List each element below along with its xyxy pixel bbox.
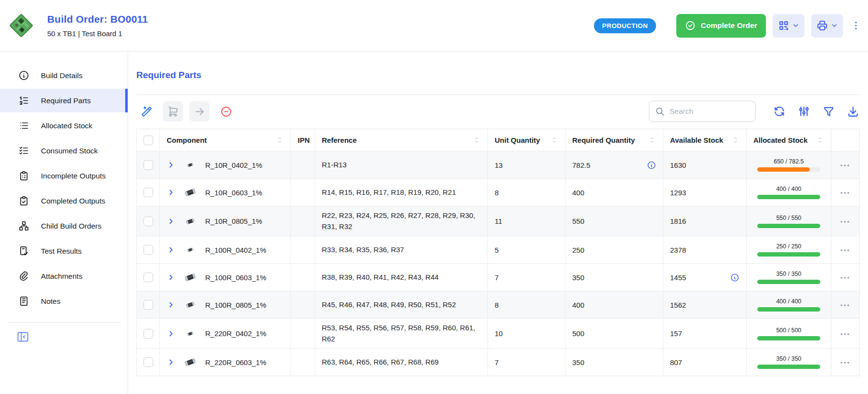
search-input[interactable] <box>670 107 750 116</box>
page-header: Build Order: BO0011 50 x TB1 | Test Boar… <box>0 0 868 52</box>
sidebar-item-required-parts[interactable]: Required Parts <box>0 89 128 112</box>
column-header-component[interactable]: Component <box>160 129 291 151</box>
sort-icon[interactable] <box>731 136 739 144</box>
sidebar-item-test-results[interactable]: Test Results <box>0 239 128 263</box>
column-label: Reference <box>322 136 357 144</box>
required-quantity-cell: 350 <box>566 349 663 376</box>
sidebar-item-child-build-orders[interactable]: Child Build Orders <box>0 214 128 238</box>
component-name[interactable]: R_10R_0805_1% <box>205 217 262 225</box>
row-actions-button[interactable] <box>839 245 852 255</box>
row-actions-cell <box>831 264 860 291</box>
column-header-reference[interactable]: Reference <box>315 129 488 151</box>
allocation-progress-bar <box>757 336 820 340</box>
dots-icon <box>839 245 852 256</box>
order-parts-button[interactable] <box>163 101 183 122</box>
collapse-sidebar-button[interactable] <box>16 329 31 344</box>
component-cell: R_10R_0402_1% <box>160 151 291 179</box>
row-checkbox[interactable] <box>144 329 153 339</box>
component-name[interactable]: R_220R_0603_1% <box>205 358 266 367</box>
unit-quantity-cell: 13 <box>488 151 566 179</box>
row-checkbox[interactable] <box>144 217 153 226</box>
row-select-cell <box>137 151 160 179</box>
row-checkbox[interactable] <box>144 188 153 197</box>
dots-vertical-icon <box>851 20 861 31</box>
download-button[interactable] <box>846 105 860 118</box>
row-checkbox[interactable] <box>144 245 153 255</box>
component-name[interactable]: R_100R_0402_1% <box>205 246 266 254</box>
component-name[interactable]: R_10R_0402_1% <box>205 161 262 169</box>
unit-quantity-cell: 11 <box>488 206 566 236</box>
row-actions-cell <box>831 349 860 376</box>
row-actions-button[interactable] <box>839 328 852 339</box>
expand-row-button[interactable] <box>167 300 175 309</box>
sidebar-item-consumed-stock[interactable]: Consumed Stock <box>0 139 128 163</box>
circle-check-icon <box>685 20 696 31</box>
refresh-button[interactable] <box>773 105 786 118</box>
expand-row-button[interactable] <box>167 245 175 254</box>
row-checkbox[interactable] <box>144 357 153 367</box>
component-name[interactable]: R_100R_0805_1% <box>205 301 266 309</box>
column-header-required_quantity[interactable]: Required Quantity <box>566 129 663 151</box>
required-quantity-value: 400 <box>572 189 584 197</box>
sidebar-item-notes[interactable]: Notes <box>0 289 128 313</box>
column-header-allocated_stock[interactable]: Allocated Stock <box>747 129 831 151</box>
chevron-right-icon <box>167 273 175 282</box>
info-circle-icon[interactable] <box>730 273 739 282</box>
allocation-progress-bar <box>757 167 820 172</box>
component-name[interactable]: R_220R_0402_1% <box>205 329 266 338</box>
transfer-stock-button[interactable] <box>189 101 210 122</box>
component-name[interactable]: R_100R_0603_1% <box>205 273 266 282</box>
expand-row-button[interactable] <box>167 161 175 169</box>
complete-order-button[interactable]: Complete Order <box>676 14 766 38</box>
row-actions-button[interactable] <box>839 357 852 367</box>
row-actions-button[interactable] <box>839 299 852 310</box>
reference-cell: R22, R23, R24, R25, R26, R27, R28, R29, … <box>315 206 488 236</box>
sort-icon[interactable] <box>473 136 481 144</box>
expand-row-button[interactable] <box>167 273 175 282</box>
resistor-chip-image <box>186 330 194 338</box>
barcode-actions-button[interactable] <box>773 14 804 38</box>
filter-icon <box>823 106 835 118</box>
sort-icon[interactable] <box>816 136 824 144</box>
row-actions-button[interactable] <box>839 216 852 227</box>
row-checkbox[interactable] <box>144 300 153 310</box>
column-label: Allocated Stock <box>753 136 808 144</box>
info-circle-icon[interactable] <box>647 161 656 170</box>
print-actions-button[interactable] <box>811 14 843 38</box>
complete-order-label: Complete Order <box>701 21 757 30</box>
row-checkbox[interactable] <box>144 160 153 170</box>
expand-row-button[interactable] <box>167 217 175 226</box>
expand-row-button[interactable] <box>167 188 175 197</box>
sidebar-item-completed-outputs[interactable]: Completed Outputs <box>0 189 128 213</box>
sidebar-item-label: Completed Outputs <box>41 197 105 205</box>
sort-icon[interactable] <box>276 136 284 144</box>
row-actions-button[interactable] <box>839 160 852 170</box>
sidebar-items: Build DetailsRequired PartsAllocated Sto… <box>0 62 128 314</box>
search-icon <box>655 107 665 117</box>
required-quantity-value: 250 <box>572 246 584 254</box>
deallocate-stock-button[interactable] <box>216 101 236 122</box>
table-options-button[interactable] <box>797 105 811 118</box>
filter-button[interactable] <box>822 105 835 118</box>
column-header-available_stock[interactable]: Available Stock <box>663 129 747 151</box>
build-order-page: Build Order: BO0011 50 x TB1 | Test Boar… <box>0 0 868 394</box>
sort-icon[interactable] <box>648 136 656 144</box>
sidebar-item-build-details[interactable]: Build Details <box>0 64 128 87</box>
reference-cell: R45, R46, R47, R48, R49, R50, R51, R52 <box>315 291 488 319</box>
column-header-unit_quantity[interactable]: Unit Quantity <box>488 129 566 151</box>
sidebar-item-incomplete-outputs[interactable]: Incomplete Outputs <box>0 164 128 188</box>
row-actions-button[interactable] <box>839 272 852 283</box>
sidebar-item-allocated-stock[interactable]: Allocated Stock <box>0 114 128 137</box>
component-name[interactable]: R_10R_0603_1% <box>205 189 262 197</box>
expand-row-button[interactable] <box>167 358 175 367</box>
row-checkbox[interactable] <box>144 272 153 282</box>
resistor-chip-image <box>184 271 197 284</box>
sidebar-item-attachments[interactable]: Attachments <box>0 264 128 288</box>
row-actions-button[interactable] <box>839 187 852 198</box>
more-actions-button[interactable] <box>851 16 861 35</box>
sort-icon[interactable] <box>550 136 558 144</box>
expand-row-button[interactable] <box>167 329 175 338</box>
auto-allocate-button[interactable] <box>136 101 157 122</box>
resistor-chip-image <box>186 161 194 169</box>
select-all-checkbox[interactable] <box>144 136 153 145</box>
